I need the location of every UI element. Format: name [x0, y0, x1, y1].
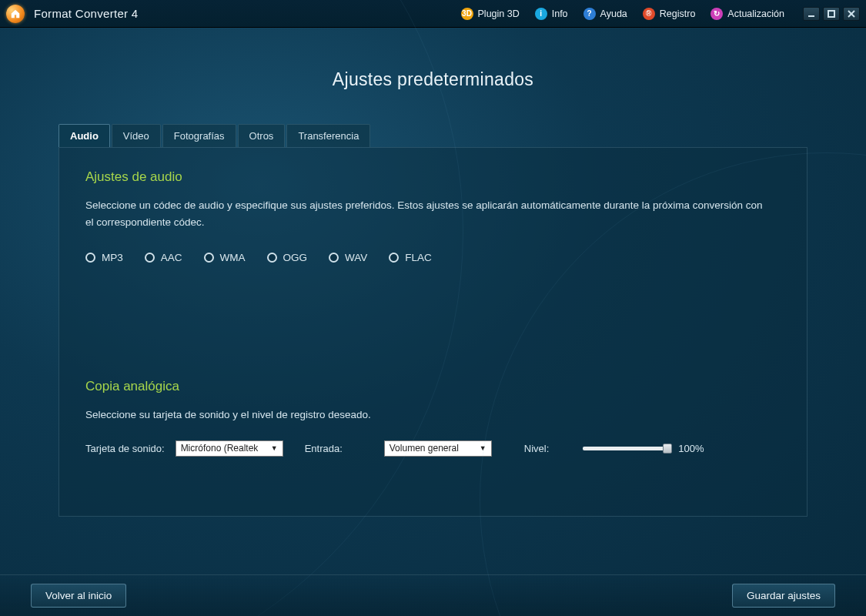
soundcard-label: Tarjeta de sonido: — [85, 443, 165, 454]
titlebar-link-label: Info — [552, 8, 568, 19]
titlebar-link-label: Plugin 3D — [478, 8, 520, 19]
update-icon: ↻ — [711, 8, 723, 20]
radio-icon — [145, 253, 155, 263]
page-heading: Ajustes predeterminados — [0, 69, 866, 90]
level-slider[interactable] — [583, 447, 667, 450]
tab-other[interactable]: Otros — [238, 124, 286, 147]
close-button[interactable] — [843, 7, 860, 21]
titlebar-link-label: Ayuda — [600, 8, 627, 19]
titlebar-link-label: Actualización — [727, 8, 784, 19]
radio-icon — [329, 253, 339, 263]
codec-radio-aac[interactable]: AAC — [145, 252, 182, 263]
codec-label: AAC — [161, 252, 182, 263]
audio-section-desc: Seleccione un códec de audio y especifiq… — [85, 197, 763, 230]
chevron-down-icon: ▼ — [480, 444, 486, 452]
analog-section-title: Copia analógica — [85, 379, 781, 394]
settings-panel: Ajustes de audio Seleccione un códec de … — [59, 147, 807, 517]
tab-transfer[interactable]: Transferencia — [286, 124, 370, 147]
codec-radio-mp3[interactable]: MP3 — [85, 252, 123, 263]
register-icon: ® — [643, 8, 655, 20]
titlebar-link-register[interactable]: ® Registro — [643, 8, 696, 20]
tab-audio[interactable]: Audio — [59, 124, 110, 147]
chevron-down-icon: ▼ — [271, 444, 278, 452]
codec-label: WAV — [345, 252, 367, 263]
codec-label: MP3 — [102, 252, 123, 263]
radio-icon — [85, 253, 95, 263]
codec-label: WMA — [220, 252, 246, 263]
radio-icon — [267, 253, 277, 263]
input-label: Entrada: — [305, 443, 343, 454]
input-value: Volumen general — [390, 443, 459, 454]
save-button[interactable]: Guardar ajustes — [732, 584, 835, 608]
tab-video[interactable]: Vídeo — [112, 124, 161, 147]
level-label: Nivel: — [524, 443, 550, 454]
soundcard-select[interactable]: Micrófono (Realtek ▼ — [176, 440, 283, 457]
analog-section-desc: Seleccione su tarjeta de sonido y el niv… — [85, 407, 763, 424]
radio-icon — [389, 253, 399, 263]
titlebar-link-label: Registro — [660, 8, 696, 19]
codec-radio-group: MP3 AAC WMA OGG WAV FLAC — [85, 252, 781, 263]
codec-radio-wav[interactable]: WAV — [329, 252, 367, 263]
input-select[interactable]: Volumen general ▼ — [384, 440, 492, 457]
titlebar-link-info[interactable]: i Info — [535, 8, 568, 20]
minimize-button[interactable] — [803, 7, 820, 21]
titlebar: Format Converter 4 3D Plugin 3D i Info ?… — [0, 0, 866, 28]
app-title: Format Converter 4 — [34, 7, 138, 20]
titlebar-link-update[interactable]: ↻ Actualización — [711, 8, 784, 20]
codec-label: OGG — [283, 252, 308, 263]
codec-radio-wma[interactable]: WMA — [204, 252, 246, 263]
titlebar-link-plugin3d[interactable]: 3D Plugin 3D — [461, 8, 520, 20]
svg-rect-1 — [828, 11, 834, 17]
soundcard-value: Micrófono (Realtek — [181, 443, 259, 454]
tab-photos[interactable]: Fotografías — [162, 124, 236, 147]
slider-thumb[interactable] — [663, 444, 672, 454]
info-icon: i — [535, 8, 547, 20]
back-button[interactable]: Volver al inicio — [31, 584, 126, 608]
codec-label: FLAC — [405, 252, 432, 263]
app-home-icon[interactable] — [6, 5, 25, 23]
level-value: 100% — [678, 443, 704, 454]
help-icon: ? — [583, 8, 596, 20]
codec-radio-ogg[interactable]: OGG — [267, 252, 308, 263]
tab-row: Audio Vídeo Fotografías Otros Transferen… — [59, 124, 807, 147]
titlebar-link-help[interactable]: ? Ayuda — [583, 8, 627, 20]
audio-section-title: Ajustes de audio — [85, 169, 781, 185]
plugin3d-icon: 3D — [461, 8, 473, 20]
codec-radio-flac[interactable]: FLAC — [389, 252, 432, 263]
maximize-button[interactable] — [823, 7, 840, 21]
footer: Volver al inicio Guardar ajustes — [0, 574, 866, 616]
radio-icon — [204, 253, 214, 263]
